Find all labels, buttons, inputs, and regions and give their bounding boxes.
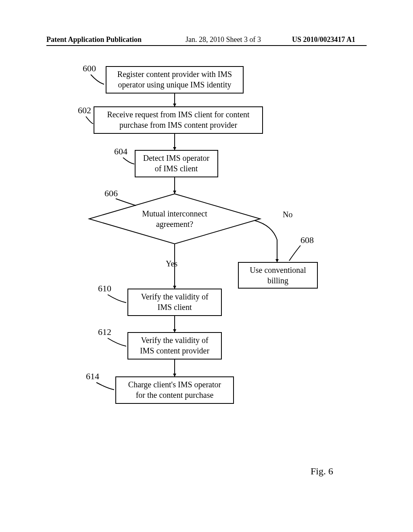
ref-600: 600 [83,63,104,84]
svg-text:600: 600 [83,63,96,73]
node-600-line2: operator using unique IMS identity [118,80,231,89]
node-608-conventional-billing: Use conventional billing [238,262,317,288]
node-608-line2: billing [267,276,288,285]
node-602-line2: purchase from IMS content provider [119,121,237,130]
node-606-line1: Mutual interconnect [142,209,207,218]
header-left: Patent Application Publication [46,35,142,44]
node-606-line2: agreement? [156,220,193,229]
ref-610: 610 [98,283,126,303]
edge-yes-label: Yes [166,259,177,268]
node-602-line1: Receive request from IMS client for cont… [107,110,250,119]
ref-602: 602 [78,105,93,124]
node-612-line2: IMS content provider [140,346,210,355]
node-610-line1: Verify the validity of [141,292,209,301]
node-608-line1: Use conventional [250,266,306,274]
node-604-detect-operator: Detect IMS operator of IMS client [135,150,218,177]
edge-606-608-no: No [254,210,292,262]
svg-text:610: 610 [98,283,111,293]
node-604-line2: of IMS client [155,164,198,173]
node-602-receive-request: Receive request from IMS client for cont… [94,107,263,133]
node-614-line1: Charge client's IMS operator [128,380,221,389]
svg-text:606: 606 [104,188,118,198]
svg-text:608: 608 [300,235,314,245]
header-center: Jan. 28, 2010 Sheet 3 of 3 [186,35,261,44]
node-600-register: Register content provider with IMS opera… [106,66,243,93]
node-612-verify-provider: Verify the validity of IMS content provi… [128,332,221,359]
node-610-verify-client: Verify the validity of IMS client [128,289,221,316]
header-rule [46,45,367,46]
ref-604: 604 [114,146,134,164]
svg-text:612: 612 [98,327,111,337]
ref-612: 612 [98,327,126,346]
edge-606-610-yes: Yes [166,244,177,289]
node-604-line1: Detect IMS operator [143,154,210,163]
svg-text:614: 614 [86,371,99,381]
node-612-line1: Verify the validity of [141,336,209,345]
svg-text:602: 602 [78,105,91,115]
flowchart: Register content provider with IMS opera… [46,58,369,463]
ref-608: 608 [289,235,314,261]
svg-text:604: 604 [114,146,127,156]
header-right: US 2010/0023417 A1 [292,35,355,44]
ref-606: 606 [104,188,136,206]
node-606-decision: Mutual interconnect agreement? [89,194,260,244]
ref-614: 614 [86,371,114,390]
svg-marker-6 [89,194,260,244]
node-610-line2: IMS client [158,303,192,312]
edge-no-label: No [283,210,292,219]
figure-label: Fig. 6 [311,466,333,477]
node-600-line1: Register content provider with IMS [117,70,232,79]
node-614-line2: for the content purchase [136,391,214,400]
node-614-charge-operator: Charge client's IMS operator for the con… [116,377,234,403]
